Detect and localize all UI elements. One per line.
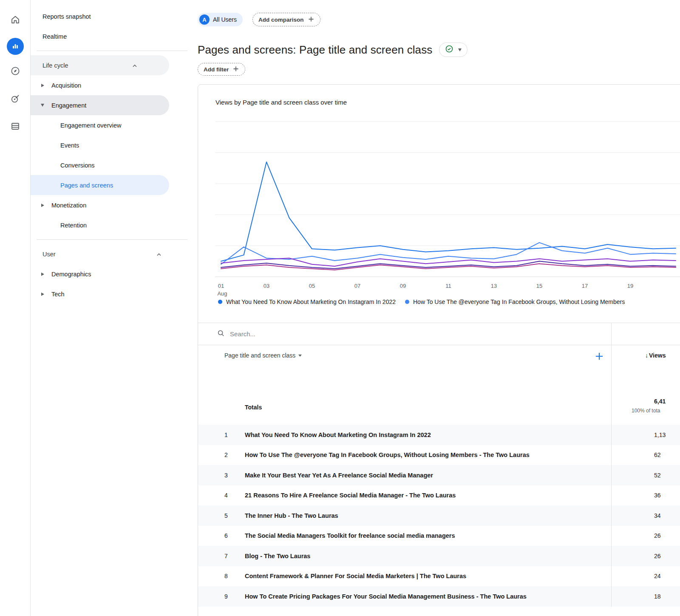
row-rank: 3 xyxy=(224,472,233,479)
svg-text:09: 09 xyxy=(400,283,406,289)
totals-label: Totals xyxy=(198,396,611,425)
sidebar-item-events[interactable]: Events xyxy=(31,135,193,155)
sidebar-item-retention[interactable]: Retention xyxy=(31,215,193,235)
library-nav-button[interactable] xyxy=(10,121,20,133)
views-column-spacer xyxy=(611,323,680,345)
svg-text:07: 07 xyxy=(354,283,360,289)
views-sort-header[interactable]: ↓ Views xyxy=(645,352,680,359)
totals-views-value: 6,41 xyxy=(612,398,680,405)
explore-nav-button[interactable] xyxy=(10,66,20,78)
add-comparison-button[interactable]: Add comparison xyxy=(252,13,320,26)
row-rank: 7 xyxy=(224,553,233,559)
sidebar-item-tech[interactable]: Tech xyxy=(31,284,193,304)
views-cell: 26 xyxy=(612,553,661,559)
page-title-cell: How To Create Pricing Packages For Your … xyxy=(245,593,527,600)
sidebar-item-label: Monetization xyxy=(51,202,86,209)
table-row: 2How To Use The @everyone Tag In Faceboo… xyxy=(198,445,680,466)
home-nav-button[interactable] xyxy=(10,14,20,26)
row-rank: 6 xyxy=(224,532,233,539)
views-cell: 1,13 xyxy=(612,431,666,438)
sort-descending-icon: ↓ xyxy=(645,352,648,359)
row-rank: 5 xyxy=(224,512,233,519)
legend-label: How To Use The @everyone Tag In Facebook… xyxy=(413,298,625,305)
svg-text:13: 13 xyxy=(491,283,497,289)
reports-nav-button[interactable] xyxy=(7,38,24,55)
home-icon xyxy=(10,14,20,26)
compass-icon xyxy=(10,66,20,78)
sidebar-item-reports-snapshot[interactable]: Reports snapshot xyxy=(31,6,193,26)
add-column-button[interactable] xyxy=(595,352,604,361)
expand-down-icon xyxy=(37,104,48,107)
page-title-cell: The Social Media Managers Toolkit for fr… xyxy=(245,532,455,539)
svg-text:03: 03 xyxy=(264,283,269,289)
page-title-cell: 21 Reasons To Hire A Freelance Social Me… xyxy=(245,492,456,499)
table-row: 1What You Need To Know About Marketing O… xyxy=(198,425,680,445)
chevron-up-icon xyxy=(156,251,162,258)
totals-percent-of-total: 100% of tota xyxy=(612,408,680,414)
report-status-badge[interactable] xyxy=(439,43,468,57)
add-comparison-label: Add comparison xyxy=(258,17,304,23)
sidebar-item-label: Conversions xyxy=(60,162,95,169)
views-line-chart: 01Aug030507091113151719 xyxy=(215,121,680,297)
add-filter-button[interactable]: Add filter xyxy=(198,63,245,76)
dimension-header-button[interactable]: Page title and screen class xyxy=(224,352,302,359)
svg-text:Aug: Aug xyxy=(217,290,227,297)
sidebar-item-pages-and-screens[interactable]: Pages and screens xyxy=(31,175,169,195)
row-rank: 1 xyxy=(224,431,233,438)
sidebar-item-acquisition[interactable]: Acquisition xyxy=(31,75,193,95)
sidebar-item-label: Engagement overview xyxy=(60,122,121,129)
chart-title: Views by Page title and screen class ove… xyxy=(215,99,347,106)
advertising-nav-button[interactable] xyxy=(10,94,20,105)
row-rank: 9 xyxy=(224,593,233,600)
sidebar-item-engagement[interactable]: Engagement xyxy=(31,95,169,115)
sidebar-item-engagement-overview[interactable]: Engagement overview xyxy=(31,115,193,135)
search-input[interactable] xyxy=(230,330,366,338)
audience-avatar: A xyxy=(199,14,210,25)
expand-right-icon xyxy=(37,273,48,276)
chevron-down-icon xyxy=(458,48,462,51)
page-title-cell: What You Need To Know About Marketing On… xyxy=(245,431,431,438)
sidebar-item-label: Engagement xyxy=(51,102,86,109)
plus-icon xyxy=(308,16,314,24)
page-title-cell: The Inner Hub - The Two Lauras xyxy=(245,512,338,519)
add-filter-label: Add filter xyxy=(204,66,229,73)
sidebar-item-label: Realtime xyxy=(42,33,67,40)
table-row: 7Blog - The Two Lauras 26 xyxy=(198,546,680,566)
chart-legend: What You Need To Know About Marketing On… xyxy=(218,298,625,305)
target-arrow-icon xyxy=(10,94,20,105)
table-search-row xyxy=(198,323,680,345)
views-cell: 52 xyxy=(612,472,661,479)
expand-right-icon xyxy=(37,204,48,207)
page-title-row: Pages and screens: Page title and screen… xyxy=(198,43,468,57)
app-nav-rail xyxy=(0,0,31,616)
sidebar-divider xyxy=(37,239,187,240)
row-rank: 4 xyxy=(224,492,233,499)
views-cell: 26 xyxy=(612,532,661,539)
views-header-label: Views xyxy=(649,352,666,359)
sidebar-item-monetization[interactable]: Monetization xyxy=(31,195,193,215)
sidebar-section-life-cycle[interactable]: Life cycle xyxy=(31,55,169,75)
table-totals-row: Totals 6,41 100% of tota xyxy=(198,396,680,425)
section-label: Life cycle xyxy=(42,62,68,69)
sidebar-item-label: Tech xyxy=(51,291,65,298)
views-cell: 24 xyxy=(612,573,661,579)
sidebar-divider xyxy=(37,51,187,51)
legend-item: How To Use The @everyone Tag In Facebook… xyxy=(405,298,625,305)
page-title-cell: Content Framework & Planner For Social M… xyxy=(245,573,466,579)
svg-text:05: 05 xyxy=(309,283,315,289)
chevron-up-icon xyxy=(132,62,137,69)
sidebar-item-conversions[interactable]: Conversions xyxy=(31,155,193,175)
audience-chip-all-users[interactable]: A All Users xyxy=(198,13,243,26)
sidebar-item-demographics[interactable]: Demographics xyxy=(31,264,193,284)
table-row: 8Content Framework & Planner For Social … xyxy=(198,566,680,587)
legend-dot xyxy=(405,300,409,304)
sidebar-section-user[interactable]: User xyxy=(31,244,193,264)
legend-dot xyxy=(218,300,222,304)
sidebar-item-realtime[interactable]: Realtime xyxy=(31,26,193,46)
sidebar-item-label: Pages and screens xyxy=(60,182,113,189)
table-row: 9How To Create Pricing Packages For Your… xyxy=(198,586,680,607)
bar-chart-icon xyxy=(7,38,24,55)
reports-sidebar: Reports snapshot Realtime Life cycle Acq… xyxy=(31,0,193,304)
svg-text:17: 17 xyxy=(582,283,588,289)
plus-icon xyxy=(232,65,239,74)
